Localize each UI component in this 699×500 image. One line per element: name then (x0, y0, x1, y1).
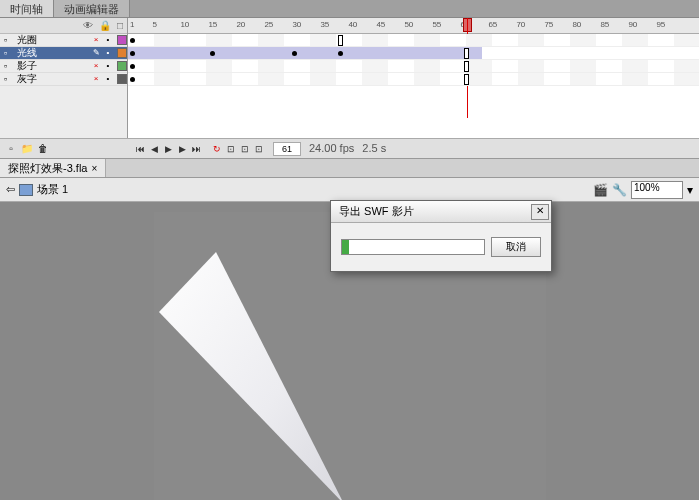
keyframe[interactable] (130, 38, 135, 43)
keyframe[interactable] (130, 51, 135, 56)
layer-color[interactable] (117, 48, 127, 58)
document-tabs: 探照灯效果-3.fla × (0, 158, 699, 178)
edit-scene-icon[interactable]: 🎬 (593, 183, 608, 197)
dropdown-icon[interactable]: ▾ (687, 183, 693, 197)
pencil-icon[interactable]: ✎ (92, 49, 100, 57)
time-value: 2.5 (362, 142, 377, 154)
ruler-tick: 20 (236, 20, 245, 29)
document-tab[interactable]: 探照灯效果-3.fla × (0, 159, 106, 177)
edit-multiple-icon[interactable]: ⊡ (252, 142, 265, 155)
ruler-tick: 80 (572, 20, 581, 29)
ruler-tick: 1 (130, 20, 134, 29)
tab-timeline[interactable]: 时间轴 (0, 0, 54, 17)
prev-frame-icon[interactable]: ◀ (148, 142, 161, 155)
keyframe[interactable] (130, 77, 135, 82)
layer-name: 光线 (17, 46, 89, 60)
layer-color[interactable] (117, 35, 127, 45)
ruler-tick: 50 (404, 20, 413, 29)
frames-panel[interactable]: 15101520253035404550556065707580859095 (128, 18, 699, 138)
frame-row[interactable] (128, 47, 699, 60)
ruler-tick: 5 (152, 20, 156, 29)
document-name: 探照灯效果-3.fla (8, 161, 87, 176)
outline-icon[interactable]: □ (117, 20, 123, 31)
layer-type-icon: ▫ (4, 48, 14, 58)
red-x-icon[interactable]: × (92, 36, 100, 44)
ruler-tick: 95 (656, 20, 665, 29)
dot-icon[interactable]: • (104, 36, 112, 44)
dot-icon[interactable]: • (104, 75, 112, 83)
dot-icon[interactable]: • (104, 62, 112, 70)
red-x-icon[interactable]: × (92, 62, 100, 70)
delete-layer-icon[interactable]: 🗑 (36, 142, 50, 156)
onion-outline-icon[interactable]: ⊡ (238, 142, 251, 155)
fps-label: fps (340, 142, 355, 154)
layer-type-icon: ▫ (4, 61, 14, 71)
fps-value: 24.00 (309, 142, 337, 154)
svg-marker-0 (159, 252, 344, 500)
tab-motion-editor[interactable]: 动画编辑器 (54, 0, 130, 17)
export-dialog: 导出 SWF 影片 ✕ 取消 (330, 200, 552, 272)
first-frame-icon[interactable]: ⏮ (134, 142, 147, 155)
keyframe[interactable] (130, 64, 135, 69)
breadcrumb: ⇦ 场景 1 (6, 182, 68, 197)
ruler-tick: 70 (516, 20, 525, 29)
eye-icon[interactable]: 👁 (83, 20, 93, 31)
current-frame-input[interactable] (273, 142, 301, 156)
layer-type-icon: ▫ (4, 74, 14, 84)
timeline-ruler[interactable]: 15101520253035404550556065707580859095 (128, 18, 699, 34)
layer-name: 光圈 (17, 33, 89, 47)
spotlight-shape[interactable] (154, 252, 374, 500)
edit-symbol-icon[interactable]: 🔧 (612, 183, 627, 197)
play-icon[interactable]: ▶ (162, 142, 175, 155)
dialog-body: 取消 (331, 223, 551, 271)
ruler-tick: 30 (292, 20, 301, 29)
lock-icon[interactable]: 🔒 (99, 20, 111, 31)
ruler-tick: 25 (264, 20, 273, 29)
layer-name: 灰字 (17, 72, 89, 86)
endframe[interactable] (464, 61, 469, 72)
zoom-controls: 🎬 🔧 100% ▾ (593, 181, 693, 199)
endframe[interactable] (464, 74, 469, 85)
frame-row[interactable] (128, 73, 699, 86)
breadcrumb-bar: ⇦ 场景 1 🎬 🔧 100% ▾ (0, 178, 699, 202)
ruler-tick: 90 (628, 20, 637, 29)
layer-color[interactable] (117, 61, 127, 71)
ruler-tick: 35 (320, 20, 329, 29)
new-folder-icon[interactable]: 📁 (20, 142, 34, 156)
new-layer-icon[interactable]: ▫ (4, 142, 18, 156)
dialog-title: 导出 SWF 影片 (339, 204, 414, 219)
frame-row[interactable] (128, 60, 699, 73)
scene-icon (19, 184, 33, 196)
next-frame-icon[interactable]: ▶ (176, 142, 189, 155)
layer-header: 👁 🔒 □ (0, 18, 127, 34)
endframe[interactable] (464, 48, 469, 59)
close-icon[interactable]: × (91, 163, 97, 174)
frame-row[interactable] (128, 34, 699, 47)
playback-controls: ⏮ ◀ ▶ ▶ ⏭ ↻ ⊡ ⊡ ⊡ (128, 142, 265, 155)
layer-row[interactable]: ▫ 灰字 ×• (0, 73, 127, 86)
ruler-tick: 85 (600, 20, 609, 29)
keyframe[interactable] (292, 51, 297, 56)
red-x-icon[interactable]: × (92, 75, 100, 83)
dialog-titlebar[interactable]: 导出 SWF 影片 ✕ (331, 201, 551, 223)
timeline: 👁 🔒 □ ▫ 光圈 ×• ▫ 光线 ✎• ▫ 影子 ×• ▫ 灰字 ×• (0, 18, 699, 138)
scene-name[interactable]: 场景 1 (37, 182, 68, 197)
endframe[interactable] (338, 35, 343, 46)
dot-icon[interactable]: • (104, 49, 112, 57)
progress-fill (342, 240, 349, 254)
last-frame-icon[interactable]: ⏭ (190, 142, 203, 155)
ruler-tick: 65 (488, 20, 497, 29)
ruler-tick: 55 (432, 20, 441, 29)
layer-color[interactable] (117, 74, 127, 84)
loop-icon[interactable]: ↻ (210, 142, 223, 155)
back-icon[interactable]: ⇦ (6, 183, 15, 196)
ruler-tick: 10 (180, 20, 189, 29)
keyframe[interactable] (210, 51, 215, 56)
cancel-button[interactable]: 取消 (491, 237, 541, 257)
ruler-tick: 40 (348, 20, 357, 29)
layer-controls: ▫ 📁 🗑 (0, 142, 128, 156)
close-icon[interactable]: ✕ (531, 204, 549, 220)
keyframe[interactable] (338, 51, 343, 56)
onion-skin-icon[interactable]: ⊡ (224, 142, 237, 155)
zoom-select[interactable]: 100% (631, 181, 683, 199)
